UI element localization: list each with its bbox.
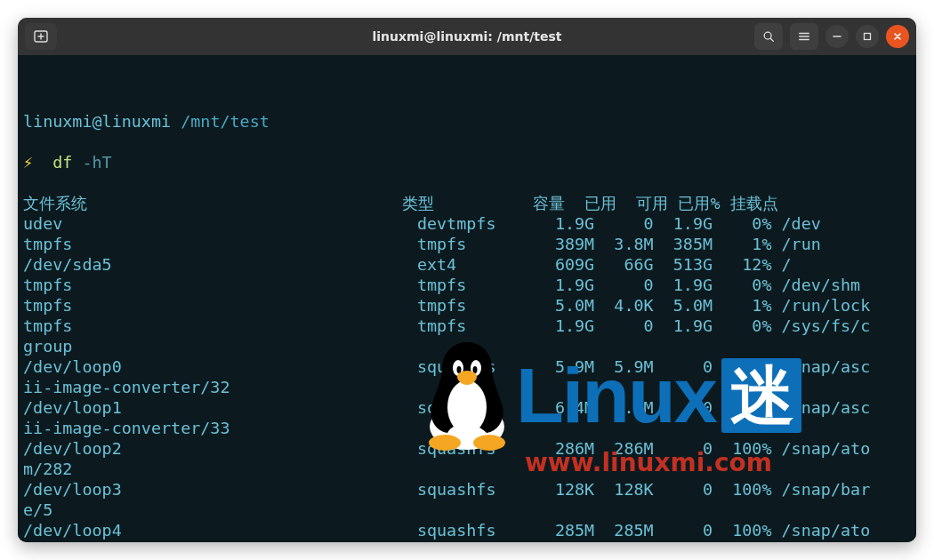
terminal-body[interactable]: linuxmi@linuxmi /mnt/test ⚡ df -hT 文件系统 …: [18, 55, 916, 542]
df-row: m/286: [23, 540, 911, 542]
prompt-user: linuxmi@linuxmi: [23, 112, 171, 131]
close-button[interactable]: [886, 25, 909, 48]
command: df: [52, 153, 72, 172]
new-tab-icon: [34, 29, 48, 44]
df-row: tmpfs tmpfs 5.0M 4.0K 5.0M 1% /run/lock: [23, 295, 911, 316]
svg-rect-2: [865, 34, 871, 40]
search-icon: [762, 30, 775, 43]
terminal-window: linuxmi@linuxmi: /mnt/test: [18, 18, 916, 542]
df-row: group: [23, 336, 911, 356]
df-output: 文件系统 类型 容量 已用 可用 已用% 挂载点udev devtmpfs 1.…: [23, 193, 911, 542]
df-row: tmpfs tmpfs 1.9G 0 1.9G 0% /dev/shm: [23, 275, 911, 295]
menu-button[interactable]: [790, 23, 818, 50]
df-row: /dev/sda5 ext4 609G 66G 513G 12% /: [23, 254, 911, 275]
df-row: /dev/loop1 squashfs 6.4M 6.4M 0 100% /sn…: [23, 397, 911, 418]
df-row: /dev/loop2 squashfs 286M 286M 0 100% /sn…: [23, 438, 911, 459]
hamburger-icon: [798, 30, 810, 43]
df-header-row: 文件系统 类型 容量 已用 可用 已用% 挂载点: [23, 193, 911, 213]
df-row: ii-image-converter/32: [23, 377, 911, 397]
search-button[interactable]: [754, 23, 783, 50]
df-row: m/282: [23, 459, 911, 479]
lightning-icon: ⚡: [23, 153, 33, 172]
df-row: e/5: [23, 500, 911, 520]
command-args: -hT: [82, 153, 111, 172]
df-row: /dev/loop0 squashfs 5.9M 5.9M 0 100% /sn…: [23, 356, 911, 377]
close-icon: [893, 32, 902, 41]
df-row: /dev/loop3 squashfs 128K 128K 0 100% /sn…: [23, 479, 911, 500]
titlebar: linuxmi@linuxmi: /mnt/test: [18, 18, 916, 55]
df-row: udev devtmpfs 1.9G 0 1.9G 0% /dev: [23, 213, 911, 234]
minimize-button[interactable]: [825, 25, 849, 48]
prompt-line-1: linuxmi@linuxmi /mnt/test: [23, 111, 911, 132]
df-row: ii-image-converter/33: [23, 418, 911, 438]
df-row: tmpfs tmpfs 389M 3.8M 385M 1% /run: [23, 234, 911, 254]
minimize-icon: [833, 32, 841, 41]
maximize-icon: [863, 32, 872, 41]
prompt-line-2: ⚡ df -hT: [23, 152, 911, 172]
prompt-path: /mnt/test: [181, 112, 270, 131]
new-tab-button[interactable]: [25, 23, 57, 50]
titlebar-right: [754, 23, 916, 50]
df-row: /dev/loop4 squashfs 285M 285M 0 100% /sn…: [23, 520, 911, 540]
df-row: tmpfs tmpfs 1.9G 0 1.9G 0% /sys/fs/c: [23, 316, 911, 336]
maximize-button[interactable]: [856, 25, 879, 48]
